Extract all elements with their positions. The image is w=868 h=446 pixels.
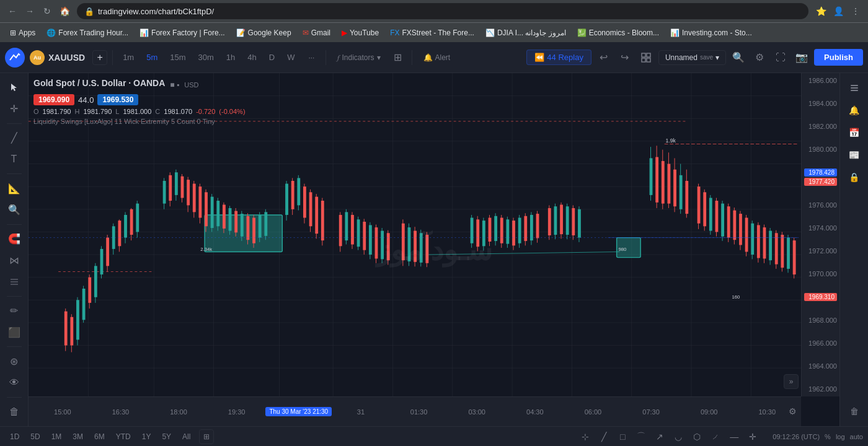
extensions-button[interactable]: ⭐ xyxy=(813,4,828,19)
alert-button[interactable]: 🔔 Alert xyxy=(417,51,457,64)
bookmark-gmail[interactable]: ✉ Gmail xyxy=(298,27,335,39)
measure-tool[interactable]: 📐 xyxy=(4,179,24,198)
unnamed-button[interactable]: Unnamed save ▾ xyxy=(658,50,726,65)
tf-5d[interactable]: 5D xyxy=(25,431,45,443)
bookmark-investing[interactable]: 📊 Investing.com - Sto... xyxy=(665,27,757,39)
back-button[interactable]: ← xyxy=(5,4,20,19)
auto-btn[interactable]: auto xyxy=(850,433,863,440)
manage-layouts-button[interactable]: ⊞ xyxy=(199,429,214,444)
bookmark-icon: ✉ xyxy=(303,28,309,37)
forward-button[interactable]: → xyxy=(22,4,37,19)
fullscreen-button[interactable] xyxy=(637,49,655,66)
layers-button[interactable] xyxy=(844,78,864,98)
calendar-button[interactable]: 📅 xyxy=(844,123,864,142)
watch-tool[interactable]: 👁 xyxy=(4,374,24,392)
bottom-timeframe-bar: 1D 5D 1M 3M 6M YTD 1Y 5Y All ⊞ ⊹ ╱ □ ⌒ ↗… xyxy=(0,426,868,446)
draw-horizontal[interactable]: — xyxy=(725,428,743,445)
tool-separator-3 xyxy=(7,224,22,225)
timeframe-d[interactable]: D xyxy=(264,50,280,64)
lock-button[interactable]: 🔒 xyxy=(844,167,864,187)
tf-3m[interactable]: 3M xyxy=(68,431,88,443)
draw-cross[interactable]: ✛ xyxy=(744,428,761,445)
log-btn[interactable]: log xyxy=(836,433,845,440)
draw-path[interactable]: ⌒ xyxy=(632,428,650,445)
tf-5y[interactable]: 5Y xyxy=(157,431,176,443)
tf-1d[interactable]: 1D xyxy=(5,431,24,443)
address-bar[interactable]: 🔒 tradingview.com/chart/bCk1ftpD/ xyxy=(77,3,808,19)
draw-line[interactable]: ╱ xyxy=(595,428,613,445)
timeframe-w[interactable]: W xyxy=(282,50,299,64)
replay-button[interactable]: ⏪ 44 Replay xyxy=(526,50,591,65)
percent-btn[interactable]: % xyxy=(825,433,831,440)
separator-3 xyxy=(412,50,412,65)
maximize-button[interactable]: ⛶ xyxy=(772,49,789,66)
tf-1m[interactable]: 1M xyxy=(46,431,67,443)
bookmark-forex-hours[interactable]: 🌐 Forex Trading Hour... xyxy=(42,27,133,39)
bookmark-djia[interactable]: 📉 DJIA I... امروز جاودانه xyxy=(480,27,571,39)
bookmark-economics[interactable]: 💹 Economics - Bloom... xyxy=(572,27,664,39)
timeframe-1m[interactable]: 1m xyxy=(118,50,139,64)
cursor-tool[interactable] xyxy=(4,78,24,97)
bookmark-google-keep[interactable]: 📝 Google Keep xyxy=(231,27,296,39)
publish-button[interactable]: Publish xyxy=(814,49,863,66)
timeframe-4h[interactable]: 4h xyxy=(242,50,261,64)
timeframe-15m[interactable]: 15m xyxy=(165,50,190,64)
symbol-selector[interactable]: Au XAUUSD xyxy=(30,50,85,65)
draw-trend[interactable]: ⟋ xyxy=(707,428,724,445)
more-timeframes-button[interactable]: ··· xyxy=(302,51,321,64)
bookmark-fxstreet[interactable]: FX FXStreet - The Fore... xyxy=(385,27,479,39)
chart-expand-button[interactable]: » xyxy=(784,374,799,389)
search-button[interactable]: 🔍 xyxy=(730,49,747,66)
fibonacci-tool[interactable] xyxy=(4,272,24,291)
menu-button[interactable]: ⋮ xyxy=(848,4,863,19)
change-pct: (-0.04%) xyxy=(219,108,245,115)
time-settings-button[interactable]: ⚙ xyxy=(786,405,799,418)
layout-button[interactable]: ⊞ xyxy=(389,49,407,66)
tf-all[interactable]: All xyxy=(177,431,195,443)
tf-ytd[interactable]: YTD xyxy=(111,431,136,443)
eraser-tool[interactable]: ⬛ xyxy=(4,323,24,341)
bookmark-forex-factory[interactable]: 📊 Forex Factory | Fore... xyxy=(135,27,229,39)
bookmark-youtube[interactable]: ▶ YouTube xyxy=(337,27,384,39)
home-button[interactable]: 🏠 xyxy=(57,4,72,19)
timeframe-1h[interactable]: 1h xyxy=(221,50,240,64)
drawing-tools: ⊹ ╱ □ ⌒ ↗ ◡ ⬡ ⟋ — ✛ xyxy=(577,428,761,445)
draw-arc[interactable]: ◡ xyxy=(670,428,687,445)
crosshair-tool[interactable]: ✛ xyxy=(4,99,24,118)
redo-button[interactable]: ↪ xyxy=(616,49,634,66)
draw-ray[interactable]: ↗ xyxy=(651,428,668,445)
pattern-tool[interactable]: ⋈ xyxy=(4,251,24,269)
refresh-button[interactable]: ↻ xyxy=(40,4,55,19)
timeframe-30m[interactable]: 30m xyxy=(193,50,219,64)
undo-button[interactable]: ↩ xyxy=(595,49,613,66)
youtube-icon: ▶ xyxy=(342,28,347,37)
zoom-tool[interactable]: 🔍 xyxy=(4,200,24,219)
draw-shape[interactable]: ⬡ xyxy=(688,428,706,445)
add-symbol-button[interactable]: + xyxy=(92,50,107,65)
price-1968: 1968.000 xyxy=(804,317,837,324)
bookmark-icon: 📊 xyxy=(670,28,680,37)
alert-side-button[interactable]: 🔔 xyxy=(844,100,864,120)
news-button[interactable]: 📰 xyxy=(844,145,864,165)
tv-logo[interactable] xyxy=(5,48,25,68)
trash-tool[interactable]: 🗑 xyxy=(4,403,24,421)
draw-cursor[interactable]: ⊹ xyxy=(577,428,594,445)
bookmark-apps[interactable]: ⊞ Apps xyxy=(5,27,40,39)
draw-rect[interactable]: □ xyxy=(614,428,631,445)
layers-tool[interactable]: ⊛ xyxy=(4,352,24,370)
indicators-button[interactable]: 𝑓 Indicators ▾ xyxy=(331,51,386,64)
profile-button[interactable]: 👤 xyxy=(831,4,846,19)
trash-side-button[interactable]: 🗑 xyxy=(844,401,864,421)
svg-rect-203 xyxy=(727,206,730,237)
brush-tool[interactable]: ✏ xyxy=(4,302,24,320)
line-tool[interactable]: ╱ xyxy=(4,129,24,147)
tf-1y[interactable]: 1Y xyxy=(137,431,156,443)
settings-button[interactable]: ⚙ xyxy=(751,49,768,66)
url-text: tradingview.com/chart/bCk1ftpD/ xyxy=(98,7,214,16)
magnet-tool[interactable]: 🧲 xyxy=(4,230,24,248)
bookmark-label: FXStreet - The Fore... xyxy=(402,28,474,37)
camera-button[interactable]: 📷 xyxy=(793,49,810,66)
tf-6m[interactable]: 6M xyxy=(89,431,110,443)
timeframe-5m[interactable]: 5m xyxy=(141,50,162,64)
text-tool[interactable]: T xyxy=(4,150,24,168)
